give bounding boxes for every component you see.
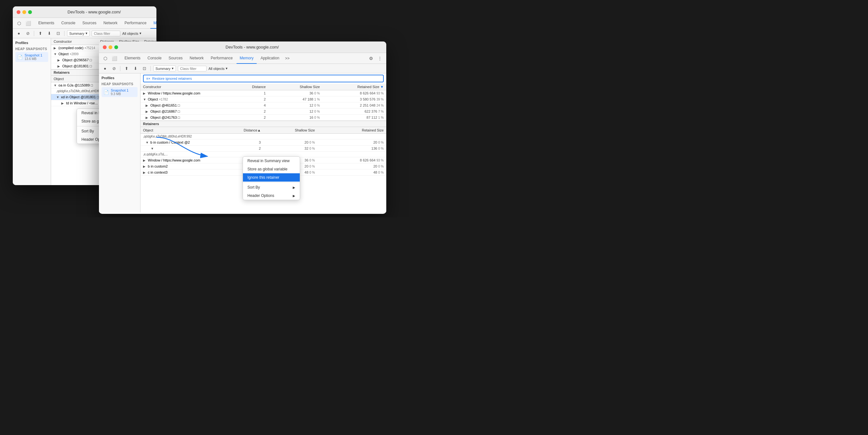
snapshot-icon-2: 📄: [103, 90, 109, 95]
summary-label-1: Summary: [69, 32, 84, 35]
nav-tabs-2: ⬡ ⬜ Elements Console Sources Network Per…: [99, 53, 386, 64]
summary-select-2[interactable]: Summary ▾: [153, 65, 176, 71]
snapshot-item-2[interactable]: 📄 Snapshot 1 9.3 MB: [101, 87, 137, 97]
close-button-2[interactable]: [103, 45, 106, 49]
context-menu-2: Reveal in Summary view Store as global v…: [243, 156, 300, 200]
th-ret-retained-2[interactable]: Retained Size: [317, 127, 386, 134]
summary-select-1[interactable]: Summary ▾: [67, 30, 90, 36]
profiles-title-1: Profiles: [15, 41, 48, 45]
restore-retainers-bar[interactable]: ≡× Restore ignored retainers: [143, 75, 384, 82]
minimize-button-1[interactable]: [22, 10, 26, 14]
objects-arrow-2: ▾: [226, 66, 228, 70]
titlebar-1: DevTools - www.google.com/: [13, 6, 156, 18]
settings-icon-2[interactable]: ⚙: [367, 55, 375, 62]
close-button-1[interactable]: [17, 10, 21, 14]
tab-memory-2[interactable]: Memory: [237, 53, 257, 64]
clear-btn-1[interactable]: ⊘: [24, 30, 31, 37]
screenshot-btn-2[interactable]: ⊡: [141, 65, 148, 72]
traffic-lights-2: [103, 45, 118, 49]
table-row[interactable]: ▶ Object @241763 □ 2 16 0 % 87 112 1 %: [141, 115, 386, 121]
record-btn-1[interactable]: ●: [15, 30, 22, 37]
tab-memory-1[interactable]: Memory: [150, 18, 156, 29]
tab-elements-2[interactable]: Elements: [121, 53, 144, 64]
th-constructor-2[interactable]: Constructor: [141, 84, 244, 90]
window-title-2: DevTools - www.google.com/: [122, 45, 382, 50]
tab-network-1[interactable]: Network: [100, 18, 121, 29]
download-btn-2[interactable]: ⬇: [132, 65, 139, 72]
snapshot-item-1[interactable]: 📄 Snapshot 1 13.6 MB: [15, 52, 48, 62]
table-row[interactable]: ,qddgKe,sTsDMc,dtl0hd,eHDfl:992: [141, 134, 386, 139]
download-btn-1[interactable]: ⬇: [45, 30, 53, 37]
heap-section-2: HEAP SNAPSHOTS: [101, 82, 137, 86]
more-icon-2[interactable]: ⋮: [376, 55, 384, 62]
restore-icon: ≡×: [146, 76, 150, 81]
toolbar-1: ● ⊘ ⬆ ⬇ ⊡ Summary ▾ All objects ▾: [13, 29, 156, 38]
heap-section-1: HEAP SNAPSHOTS: [15, 47, 48, 51]
inspect-icon-2[interactable]: ⬡: [101, 55, 109, 62]
context-global-2[interactable]: Store as global variable: [243, 165, 300, 173]
tab-sources-2[interactable]: Sources: [165, 53, 186, 64]
tab-console-1[interactable]: Console: [58, 18, 79, 29]
inspect-icon[interactable]: ⬡: [15, 20, 23, 27]
snapshot-icon-1: 📄: [17, 55, 23, 60]
context-ignore-2[interactable]: Ignore this retainer: [243, 173, 300, 182]
sep-4: [150, 66, 151, 71]
table-row[interactable]: ▶ Object @216867 □ 2 12 0 % 622 376 7 %: [141, 108, 386, 115]
context-reveal-2[interactable]: Reveal in Summary view: [243, 157, 300, 165]
constructor-table-2: Constructor Distance Shallow Size Retain…: [141, 84, 386, 121]
th-distance-2[interactable]: Distance: [244, 84, 268, 90]
table-row[interactable]: ▶ Object @461651 □ 4 12 0 % 2 251 048 24…: [141, 102, 386, 108]
maximize-button-2[interactable]: [114, 45, 118, 49]
retainers-header-2: Retainers: [141, 121, 386, 127]
th-ret-shallow-2[interactable]: Shallow Size: [264, 127, 317, 134]
tab-application-2[interactable]: Application: [257, 53, 282, 64]
summary-arrow-1: ▾: [86, 31, 88, 35]
th-ret-dist-2[interactable]: Distance▲: [234, 127, 264, 134]
nav-tabs-1: ⬡ ⬜ Elements Console Sources Network Per…: [13, 18, 156, 29]
all-objects-2[interactable]: All objects ▾: [209, 66, 228, 70]
profiles-title-2: Profiles: [101, 76, 137, 80]
upload-btn-2[interactable]: ⬆: [123, 65, 130, 72]
snapshot-name-2: Snapshot 1: [111, 88, 129, 92]
nav-settings-2: ⚙ ⋮: [367, 55, 384, 62]
clear-btn-2[interactable]: ⊘: [111, 65, 118, 72]
device-icon[interactable]: ⬜: [24, 20, 32, 27]
th-retained-2[interactable]: Retained Size ▼: [322, 84, 386, 90]
tab-network-2[interactable]: Network: [186, 53, 207, 64]
maximize-button-1[interactable]: [28, 10, 32, 14]
device-icon-2[interactable]: ⬜: [111, 55, 118, 62]
minimize-button-2[interactable]: [108, 45, 112, 49]
tab-elements-1[interactable]: Elements: [35, 18, 58, 29]
record-btn-2[interactable]: ●: [101, 65, 108, 72]
sidebar-1: Profiles HEAP SNAPSHOTS 📄 Snapshot 1 13.…: [13, 38, 51, 185]
class-filter-2[interactable]: [178, 66, 207, 71]
th-constructor-1[interactable]: Constructor: [51, 38, 98, 45]
th-ret-object-2[interactable]: Object: [141, 127, 234, 134]
snapshot-name-1: Snapshot 1: [25, 53, 42, 57]
table-row[interactable]: ▼ 2 32 0 % 136 0 %: [141, 146, 386, 152]
context-sep-2: [243, 182, 300, 183]
restore-label: Restore ignored retainers: [152, 76, 192, 81]
th-shallow-2[interactable]: Shallow Size: [268, 84, 322, 90]
sep-2: [64, 31, 64, 36]
nav-icons-2: ⬡ ⬜: [101, 55, 118, 62]
context-header-2[interactable]: Header Options ▶: [243, 191, 300, 200]
class-filter-1[interactable]: [92, 31, 120, 36]
table-row[interactable]: ▼ b in custom / Context @2 3 20 0 % 20 0…: [141, 139, 386, 146]
summary-label-2: Summary: [155, 67, 170, 70]
snapshot-size-1: 13.6 MB: [25, 57, 42, 61]
summary-arrow-2: ▾: [172, 66, 174, 70]
tab-sources-1[interactable]: Sources: [79, 18, 100, 29]
upload-btn-1[interactable]: ⬆: [37, 30, 44, 37]
all-objects-1[interactable]: All objects ▾: [122, 31, 142, 35]
snapshot-size-2: 9.3 MB: [111, 92, 129, 96]
table-row[interactable]: ▶ Window / https://www.google.com 1 36 0…: [141, 90, 386, 96]
tab-performance-2[interactable]: Performance: [208, 53, 236, 64]
context-sortby-2[interactable]: Sort By ▶: [243, 183, 300, 191]
table-row[interactable]: ▼ Object ×1782 2 47 188 1 % 3 580 576 39…: [141, 96, 386, 102]
nav-icons-1: ⬡ ⬜: [15, 20, 32, 27]
tab-console-2[interactable]: Console: [144, 53, 165, 64]
screenshot-btn-1[interactable]: ⊡: [55, 30, 62, 37]
tab-performance-1[interactable]: Performance: [121, 18, 150, 29]
more-tabs-2[interactable]: >>: [283, 56, 291, 61]
